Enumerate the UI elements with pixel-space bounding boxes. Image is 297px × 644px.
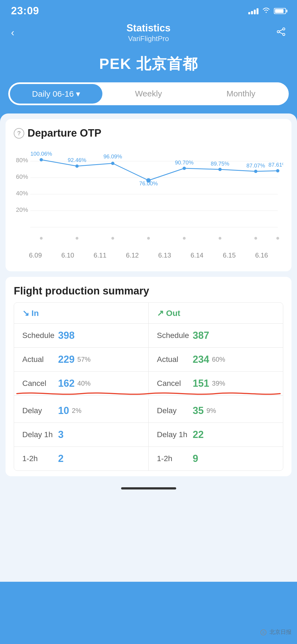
svg-text:96.09%: 96.09% — [103, 153, 122, 159]
svg-point-2 — [283, 33, 285, 36]
airport-code: PEK — [99, 55, 131, 72]
x-label-3: 6.12 — [116, 251, 148, 259]
flight-summary-card: Flight production summary ↘ In ↗ Out — [6, 277, 291, 476]
airport-title: PEK 北京首都 — [0, 48, 297, 82]
home-indicator-wrap — [6, 482, 291, 492]
svg-text:76.00%: 76.00% — [139, 180, 158, 186]
out-header-col: ↗ Out — [149, 303, 283, 323]
svg-point-19 — [218, 168, 222, 171]
schedule-out-cell: Schedule 387 — [149, 324, 283, 347]
delay-in-cell: Delay 10 2% — [14, 399, 149, 423]
svg-line-4 — [279, 32, 283, 34]
svg-point-20 — [254, 170, 257, 173]
svg-text:87.61%: 87.61% — [268, 162, 283, 168]
table-row: Cancel 162 40% Cancel 151 39% — [14, 372, 283, 396]
header-center: Statistics VariFlightPro — [126, 22, 170, 43]
svg-point-31 — [76, 237, 78, 240]
header-title: Statistics — [126, 22, 170, 34]
tab-daily-date: 06-16 ▾ — [53, 89, 80, 98]
x-label-5: 6.14 — [181, 251, 213, 259]
content-area: ? Departure OTP 80% 60% 40% 20% — [0, 113, 297, 582]
signal-icon — [248, 8, 258, 14]
svg-point-15 — [75, 164, 79, 168]
otp-header: ? Departure OTP — [14, 127, 283, 139]
svg-point-30 — [40, 237, 43, 240]
svg-text:40%: 40% — [16, 190, 28, 197]
svg-point-0 — [283, 28, 285, 30]
delay12h-in-cell: 1-2h 2 — [14, 447, 149, 470]
delay1h-in-cell: Delay 1h 3 — [14, 423, 149, 447]
airport-name: 北京首都 — [136, 55, 198, 72]
svg-point-14 — [40, 158, 43, 161]
svg-point-34 — [183, 237, 186, 240]
help-icon[interactable]: ? — [14, 128, 24, 139]
svg-text:100.06%: 100.06% — [30, 151, 52, 157]
table-row: 1-2h 2 1-2h 9 — [14, 447, 283, 470]
tab-bar: Daily 06-16 ▾ Weekly Monthly — [8, 82, 289, 105]
x-label-7: 6.16 — [246, 251, 278, 259]
battery-icon — [274, 8, 286, 14]
svg-point-33 — [147, 237, 150, 240]
svg-text:60%: 60% — [16, 173, 28, 180]
summary-header-row: ↘ In ↗ Out — [14, 303, 283, 324]
status-icons — [248, 7, 286, 15]
svg-point-16 — [111, 162, 115, 165]
otp-card: ? Departure OTP 80% 60% 40% 20% — [6, 119, 291, 271]
svg-text:北: 北 — [262, 631, 265, 634]
share-button[interactable] — [272, 27, 286, 39]
otp-title: Departure OTP — [28, 127, 101, 139]
x-label-1: 6.10 — [51, 251, 84, 259]
table-row: Schedule 398 Schedule 387 — [14, 324, 283, 348]
summary-title: Flight production summary — [14, 285, 283, 297]
wifi-icon — [262, 7, 271, 15]
tab-monthly[interactable]: Monthly — [195, 84, 287, 104]
svg-text:87.07%: 87.07% — [246, 163, 265, 169]
actual-out-cell: Actual 234 60% — [149, 348, 283, 371]
delay12h-out-cell: 1-2h 9 — [149, 447, 283, 470]
svg-point-32 — [111, 237, 114, 240]
svg-text:90.70%: 90.70% — [175, 159, 194, 166]
tab-daily-label: Daily — [32, 89, 50, 98]
delay-out-cell: Delay 35 9% — [149, 399, 283, 423]
back-button[interactable]: ‹ — [11, 27, 25, 39]
svg-text:92.46%: 92.46% — [68, 157, 86, 163]
out-header: ↗ Out — [157, 308, 275, 318]
svg-text:20%: 20% — [16, 206, 28, 213]
svg-point-35 — [219, 237, 221, 240]
x-label-2: 6.11 — [84, 251, 116, 259]
chart-svg: 80% 60% 40% 20% 100.06% 92.46% 9 — [14, 145, 283, 249]
home-indicator — [121, 487, 176, 489]
tab-weekly[interactable]: Weekly — [102, 84, 195, 104]
svg-point-37 — [276, 237, 279, 240]
in-header: ↘ In — [22, 308, 140, 318]
x-label-4: 6.13 — [149, 251, 181, 259]
chart-x-labels: 6.09 6.10 6.11 6.12 6.13 6.14 6.15 6.16 — [14, 251, 283, 259]
table-row: Delay 1h 3 Delay 1h 22 — [14, 423, 283, 447]
tab-daily[interactable]: Daily 06-16 ▾ — [10, 84, 102, 104]
header-subtitle: VariFlightPro — [126, 34, 170, 43]
svg-line-3 — [279, 29, 283, 31]
svg-point-18 — [182, 167, 186, 170]
x-label-6: 6.15 — [213, 251, 245, 259]
cancel-out-cell: Cancel 151 39% — [149, 372, 283, 395]
summary-table: ↘ In ↗ Out Schedule 398 Schedule 387 — [14, 302, 283, 471]
svg-point-36 — [254, 237, 257, 240]
svg-text:80%: 80% — [16, 157, 28, 164]
table-row: Actual 229 57% Actual 234 60% — [14, 348, 283, 372]
x-label-0: 6.09 — [19, 251, 51, 259]
watermark: 北 北京日报 — [260, 628, 291, 636]
status-time: 23:09 — [11, 5, 39, 17]
svg-point-21 — [276, 169, 279, 172]
in-header-col: ↘ In — [14, 303, 149, 323]
svg-text:89.75%: 89.75% — [211, 161, 229, 167]
table-row: Delay 10 2% Delay 35 9% — [14, 399, 283, 423]
svg-point-1 — [277, 31, 279, 33]
schedule-in-cell: Schedule 398 — [14, 324, 149, 347]
otp-chart: 80% 60% 40% 20% 100.06% 92.46% 9 — [14, 145, 283, 266]
actual-in-cell: Actual 229 57% — [14, 348, 149, 371]
header: ‹ Statistics VariFlightPro — [0, 20, 297, 48]
delay1h-out-cell: Delay 1h 22 — [149, 423, 283, 447]
status-bar: 23:09 — [0, 0, 297, 20]
cancel-in-cell: Cancel 162 40% — [14, 372, 149, 395]
